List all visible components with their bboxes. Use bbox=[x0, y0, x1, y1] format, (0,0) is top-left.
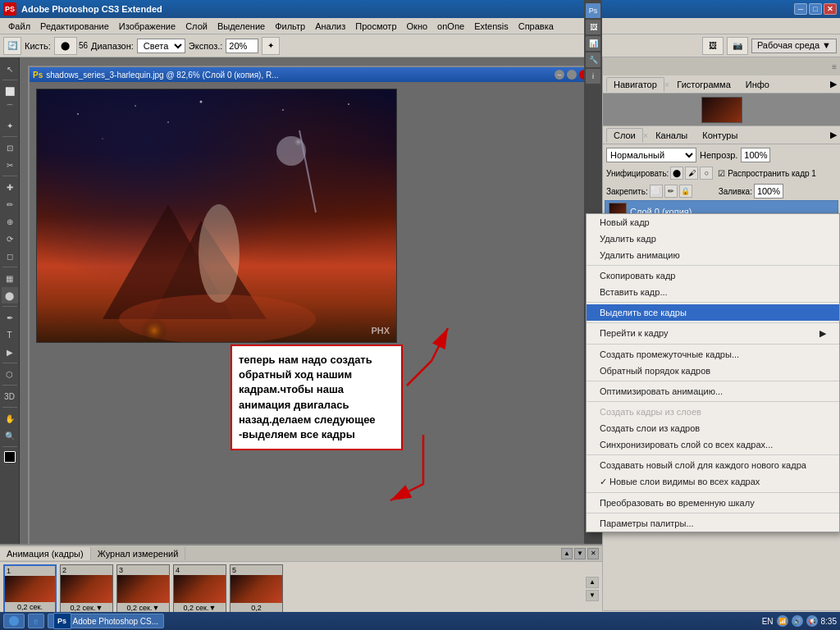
unify-btn-3[interactable]: ○ bbox=[700, 167, 713, 180]
foreground-color[interactable] bbox=[4, 451, 16, 463]
ps-taskbar-button[interactable]: Ps Adobe Photoshop CS... bbox=[48, 614, 165, 628]
tool-type[interactable]: T bbox=[2, 326, 18, 343]
unify-btn-1[interactable]: ⬤ bbox=[670, 167, 683, 180]
tool-shape[interactable]: ⬡ bbox=[2, 366, 18, 382]
menu-sync-layer[interactable]: Синхронизировать слой со всех кадрах... bbox=[587, 436, 839, 453]
unify-btn-2[interactable]: 🖌 bbox=[685, 167, 698, 180]
fill-input[interactable] bbox=[754, 184, 783, 199]
menu-onone[interactable]: onOne bbox=[432, 20, 469, 33]
layers-menu-icon[interactable]: ▶ bbox=[830, 130, 837, 140]
tab-navigator[interactable]: Навигатор bbox=[606, 77, 664, 92]
panel-icon-1[interactable]: Ps bbox=[586, 3, 600, 18]
menu-filter[interactable]: Фильтр bbox=[270, 20, 310, 33]
tab-info[interactable]: Инфо bbox=[738, 77, 777, 92]
tool-eraser[interactable]: ◻ bbox=[2, 248, 18, 264]
menu-delete-frame[interactable]: Удалить кадр bbox=[587, 231, 839, 247]
menu-analysis[interactable]: Анализ bbox=[310, 20, 350, 33]
tab-histogram[interactable]: Гистограмма bbox=[669, 77, 738, 92]
tool-brush[interactable]: ✏ bbox=[2, 196, 18, 212]
menu-file[interactable]: Файл bbox=[3, 20, 35, 33]
tool-wand[interactable]: ✦ bbox=[2, 117, 18, 134]
menu-select-all-frames[interactable]: Выделить все кадры bbox=[587, 304, 839, 321]
menu-image[interactable]: Изображение bbox=[114, 20, 180, 33]
lock-btn-2[interactable]: ✏ bbox=[664, 185, 678, 198]
tool-clone[interactable]: ⊕ bbox=[2, 213, 18, 230]
exposure-input[interactable] bbox=[226, 39, 258, 53]
start-button[interactable] bbox=[3, 614, 25, 628]
tool-move[interactable]: ↖ bbox=[2, 61, 18, 77]
menu-tween[interactable]: Создать промежуточные кадры... bbox=[587, 346, 839, 363]
frame-4[interactable]: 4 0,2 сек.▼ bbox=[173, 564, 226, 614]
blend-mode-select[interactable]: Нормальный bbox=[606, 148, 696, 162]
menu-view[interactable]: Просмотр bbox=[350, 20, 401, 33]
menu-select[interactable]: Выделение bbox=[212, 20, 270, 33]
tool-gradient[interactable]: ▦ bbox=[2, 270, 18, 286]
frame-2[interactable]: 2 0,2 сек.▼ bbox=[60, 564, 113, 614]
panel-close-btn[interactable]: ✕ bbox=[587, 548, 599, 559]
menu-go-to-frame[interactable]: Перейти к кадру ▶ bbox=[587, 325, 839, 342]
maximize-button[interactable]: □ bbox=[809, 3, 822, 15]
workspace-selector[interactable]: 🖼 📷 Рабочая среда ▼ bbox=[702, 37, 837, 55]
menu-new-frame[interactable]: Новый кадр bbox=[587, 214, 839, 231]
tool-lasso[interactable]: ⌒ bbox=[2, 100, 18, 116]
frames-scroll-down[interactable]: ▼ bbox=[586, 590, 599, 601]
tool-slice[interactable]: ✂ bbox=[2, 157, 18, 173]
panel-icon-2[interactable]: 🖼 bbox=[586, 20, 600, 34]
menu-edit[interactable]: Редактирование bbox=[35, 20, 114, 33]
frame-5[interactable]: 5 0,2 bbox=[230, 564, 283, 614]
panel-options-icon[interactable]: ≡ bbox=[832, 62, 837, 71]
tool-zoom[interactable]: 🔍 bbox=[2, 427, 18, 444]
tool-dodge[interactable]: ⬤ bbox=[2, 287, 18, 304]
menu-copy-frame[interactable]: Скопировать кадр bbox=[587, 267, 839, 284]
menu-layers-from-frames[interactable]: Создать слои из кадров bbox=[587, 420, 839, 436]
workspace-select[interactable]: Рабочая среда ▼ bbox=[751, 39, 837, 53]
tool-marquee[interactable]: ⬜ bbox=[2, 83, 18, 99]
tool-preset-icon[interactable]: 🔄 bbox=[3, 37, 21, 55]
menu-reverse[interactable]: Обратный порядок кадров bbox=[587, 363, 839, 379]
panel-collapse-btn[interactable]: ▲ bbox=[561, 548, 573, 559]
panel-expand-btn[interactable]: ▼ bbox=[574, 548, 586, 559]
close-button[interactable]: ✕ bbox=[824, 3, 837, 15]
menu-delete-animation[interactable]: Удалить анимацию bbox=[587, 247, 839, 263]
panel-icon-4[interactable]: 🔧 bbox=[586, 52, 600, 67]
tool-path-select[interactable]: ▶ bbox=[2, 344, 18, 360]
menu-layer[interactable]: Слой bbox=[180, 20, 212, 33]
tool-history[interactable]: ⟳ bbox=[2, 231, 18, 247]
ie-button[interactable]: e bbox=[28, 614, 44, 628]
lock-btn-1[interactable]: ⬜ bbox=[650, 185, 663, 198]
menu-optimize[interactable]: Оптимизировать анимацию... bbox=[587, 383, 839, 399]
tab-animation-frames[interactable]: Анимация (кадры) bbox=[0, 547, 91, 560]
menu-create-new-layer-each-frame[interactable]: Создавать новый слой для каждого нового … bbox=[587, 457, 839, 473]
frame-1[interactable]: 1 0,2 сек. bbox=[3, 564, 57, 614]
panel-menu-icon[interactable]: ▶ bbox=[830, 79, 837, 89]
menu-paste-frame[interactable]: Вставить кадр... bbox=[587, 284, 839, 300]
tool-hand[interactable]: ✋ bbox=[2, 410, 18, 427]
opacity-input[interactable] bbox=[741, 148, 770, 162]
menu-convert-timeline[interactable]: Преобразовать во временную шкалу bbox=[587, 495, 839, 511]
exposure-icon[interactable]: ✦ bbox=[262, 37, 280, 55]
menu-palette-options[interactable]: Параметры палитры... bbox=[587, 515, 839, 532]
menu-new-layers-visible[interactable]: ✓ Новые слои видимы во всех кадрах bbox=[587, 473, 839, 491]
tool-pen[interactable]: ✒ bbox=[2, 309, 18, 326]
image-canvas[interactable]: PHX bbox=[36, 89, 397, 343]
menu-extensis[interactable]: Extensis bbox=[469, 20, 514, 33]
tool-crop[interactable]: ⊡ bbox=[2, 139, 18, 156]
range-select[interactable]: Света bbox=[137, 39, 185, 53]
panel-icon-5[interactable]: i bbox=[586, 69, 600, 84]
frame-3[interactable]: 3 0,2 сек.▼ bbox=[116, 564, 170, 614]
tab-paths[interactable]: Контуры bbox=[695, 128, 745, 143]
lock-btn-3[interactable]: 🔒 bbox=[679, 185, 692, 198]
tab-measurement-log[interactable]: Журнал измерений bbox=[91, 547, 186, 560]
canvas-min[interactable]: ─ bbox=[555, 70, 564, 80]
tool-3d[interactable]: 3D bbox=[2, 388, 18, 404]
tool-heal[interactable]: ✚ bbox=[2, 179, 18, 195]
animation-frames[interactable]: 1 0,2 сек. 2 0,2 сек.▼ 3 0,2 сек.▼ 4 0,2… bbox=[0, 562, 602, 615]
tab-layers[interactable]: Слои bbox=[606, 128, 643, 143]
frames-scroll-up[interactable]: ▲ bbox=[586, 577, 599, 588]
panel-icon-3[interactable]: 📊 bbox=[586, 36, 600, 51]
minimize-button[interactable]: ─ bbox=[794, 3, 807, 15]
menu-window[interactable]: Окно bbox=[402, 20, 433, 33]
brush-preview[interactable]: ⬤ bbox=[54, 37, 77, 55]
canvas-max[interactable] bbox=[567, 70, 577, 80]
tab-channels[interactable]: Каналы bbox=[648, 128, 695, 143]
